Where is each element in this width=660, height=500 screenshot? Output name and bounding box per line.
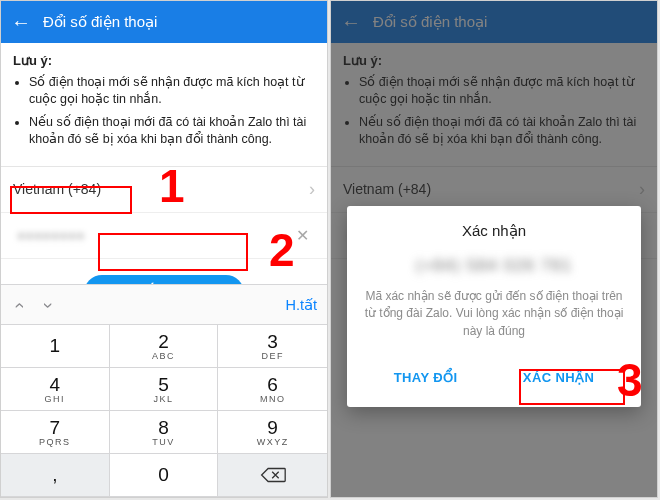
key-9[interactable]: 9WXYZ: [218, 411, 327, 454]
key-6[interactable]: 6MNO: [218, 368, 327, 411]
chevron-right-icon: ›: [309, 179, 315, 200]
key-,[interactable]: ,: [1, 454, 110, 497]
back-icon[interactable]: ←: [11, 11, 31, 34]
notice-item: Nếu số điện thoại mới đã có tài khoản Za…: [29, 114, 315, 148]
key-3[interactable]: 3DEF: [218, 325, 327, 368]
dialog-title: Xác nhận: [361, 222, 627, 240]
phone-number-input[interactable]: [13, 220, 286, 250]
notice-heading: Lưu ý:: [13, 53, 315, 68]
key-1[interactable]: 1: [1, 325, 110, 368]
screen-step-3: ← Đổi số điện thoại Lưu ý: Số điện thoại…: [330, 0, 658, 498]
dialog-phone-preview: (+84) 584 026 781: [361, 256, 627, 276]
dialog-confirm-button[interactable]: XÁC NHẬN: [509, 362, 608, 393]
backspace-key[interactable]: [218, 454, 327, 497]
keyboard-nav[interactable]: › ›: [11, 293, 55, 316]
country-label: Vietnam (+84): [13, 181, 101, 197]
key-0[interactable]: 0: [110, 454, 219, 497]
key-2[interactable]: 2ABC: [110, 325, 219, 368]
keyboard-accessory: › › H.tất: [1, 285, 327, 325]
phone-input-row: ✕: [1, 213, 327, 259]
dialog-message: Mã xác nhận sẽ được gửi đến số điện thoạ…: [361, 288, 627, 340]
notice-item: Số điện thoại mới sẽ nhận được mã kích h…: [29, 74, 315, 108]
country-selector[interactable]: Vietnam (+84) ›: [1, 167, 327, 213]
app-header: ← Đổi số điện thoại: [1, 1, 327, 43]
clear-icon[interactable]: ✕: [286, 220, 319, 251]
key-7[interactable]: 7PQRS: [1, 411, 110, 454]
header-title: Đổi số điện thoại: [43, 13, 157, 31]
dialog-change-button[interactable]: THAY ĐỔI: [380, 362, 472, 393]
key-5[interactable]: 5JKL: [110, 368, 219, 411]
screen-step-1-2: ← Đổi số điện thoại Lưu ý: Số điện thoại…: [0, 0, 328, 498]
keyboard-done-button[interactable]: H.tất: [285, 297, 317, 313]
backspace-icon: [260, 466, 286, 484]
confirm-dialog: Xác nhận (+84) 584 026 781 Mã xác nhận s…: [347, 206, 641, 407]
chevron-down-icon: ›: [37, 303, 58, 309]
key-8[interactable]: 8TUV: [110, 411, 219, 454]
chevron-up-icon: ›: [8, 303, 29, 309]
numeric-keyboard: › › H.tất 12ABC3DEF4GHI5JKL6MNO7PQRS8TUV…: [1, 284, 327, 497]
notice-panel: Lưu ý: Số điện thoại mới sẽ nhận được mã…: [1, 43, 327, 167]
dialog-actions: THAY ĐỔI XÁC NHẬN: [361, 354, 627, 407]
key-4[interactable]: 4GHI: [1, 368, 110, 411]
